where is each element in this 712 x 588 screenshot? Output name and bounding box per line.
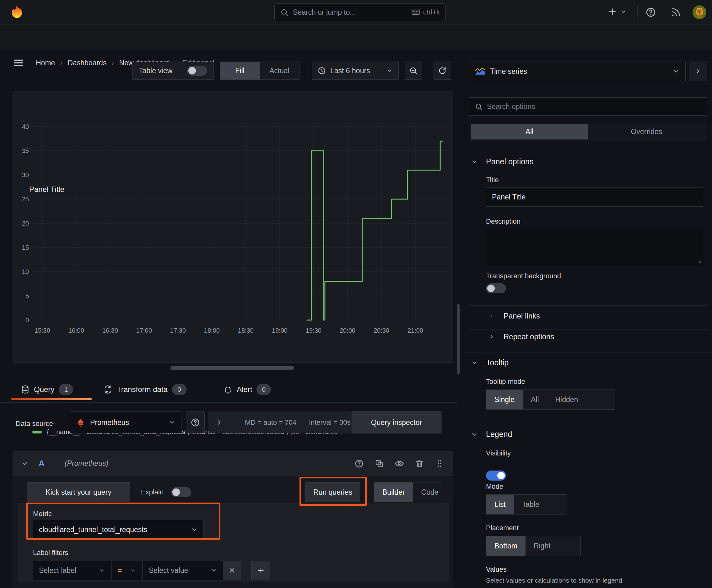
code-option[interactable]: Code (413, 482, 442, 502)
y-axis-tick: 40 (22, 123, 29, 130)
interval-stat: Interval = 30s (309, 418, 351, 426)
legend-visibility-toggle[interactable] (486, 470, 506, 481)
x-axis-tick: 20:30 (373, 327, 389, 334)
description-textarea[interactable] (486, 229, 703, 265)
x-axis-tick: 16:30 (102, 327, 118, 334)
builder-option[interactable]: Builder (374, 482, 413, 502)
transparent-bg-toggle[interactable] (486, 283, 506, 293)
chevron-down-icon (673, 68, 679, 75)
table-view-label: Table view (139, 67, 172, 75)
time-range-label: Last 6 hours (330, 67, 370, 75)
select-label-dropdown[interactable]: Select label (33, 561, 111, 580)
visualization-name: Time series (490, 67, 527, 76)
options-search-box[interactable] (469, 97, 707, 115)
options-search-input[interactable] (487, 102, 701, 111)
repeat-options-label: Repeat options (503, 332, 554, 341)
main-scrollbar[interactable] (457, 304, 459, 374)
panel-options-header[interactable]: Panel options (471, 157, 534, 166)
help-icon[interactable] (645, 7, 656, 18)
breadcrumb-dashboards[interactable]: Dashboards (67, 59, 106, 67)
fill-option[interactable]: Fill (220, 62, 260, 80)
run-queries-button[interactable]: Run queries (305, 482, 360, 502)
refresh-button[interactable] (434, 62, 451, 80)
duplicate-query-icon[interactable] (374, 459, 384, 468)
hide-query-icon[interactable] (395, 459, 404, 468)
kick-start-query-button[interactable]: Kick start your query (27, 482, 130, 502)
breadcrumb-bar: Home › Dashboards › New dashboard › Edit… (0, 25, 712, 50)
repeat-options-header[interactable]: Repeat options (489, 332, 554, 341)
panel-title-input[interactable] (492, 193, 697, 201)
title-input-wrap (486, 187, 703, 207)
datasource-help-button[interactable] (186, 412, 205, 434)
table-view-control: Table view (132, 62, 214, 80)
add-filter-button[interactable] (252, 561, 270, 580)
divider (469, 329, 707, 330)
placement-bottom-option[interactable]: Bottom (486, 536, 525, 555)
series-line[interactable] (307, 141, 442, 320)
remove-filter-button[interactable] (223, 561, 240, 580)
x-axis-tick: 18:00 (204, 327, 220, 334)
tab-alert[interactable]: Alert 0 (223, 383, 271, 396)
tooltip-all-option[interactable]: All (523, 390, 547, 409)
metric-label: Metric (33, 510, 52, 518)
delete-query-icon[interactable] (415, 459, 424, 468)
visibility-label: Visibility (486, 449, 511, 457)
values-hint: Select values or calculations to show in… (486, 577, 622, 584)
collapse-pane-button[interactable] (689, 62, 707, 81)
zoom-out-button[interactable] (405, 62, 422, 80)
chevron-down-icon (211, 567, 217, 573)
y-axis-tick: 10 (22, 268, 29, 275)
tooltip-section-header[interactable]: Tooltip (471, 358, 509, 367)
panel-resize-handle[interactable] (170, 366, 294, 370)
divider (0, 402, 458, 403)
add-button[interactable] (608, 7, 627, 16)
drag-handle-icon[interactable] (435, 459, 444, 468)
legend-table-option[interactable]: Table (514, 495, 547, 514)
user-avatar[interactable] (693, 5, 706, 19)
metric-value: cloudflared_tunnel_total_requests (39, 525, 147, 534)
y-axis-tick: 0 (25, 317, 29, 323)
metric-select[interactable]: cloudflared_tunnel_total_requests (33, 520, 204, 539)
panel-links-header[interactable]: Panel links (489, 312, 540, 320)
query-count-badge: 1 (59, 384, 73, 395)
legend-series-marker[interactable] (33, 430, 42, 434)
tooltip-hidden-option[interactable]: Hidden (547, 390, 586, 409)
legend-mode-switch: List Table (486, 495, 567, 514)
datasource-label: Data source (16, 420, 53, 428)
tooltip-single-option[interactable]: Single (486, 390, 523, 409)
time-series-chart[interactable]: 051015202530354015:3016:0016:3017:0017:3… (19, 123, 452, 339)
tab-query[interactable]: Query 1 (21, 383, 73, 396)
chevron-down-icon (471, 359, 478, 366)
explain-toggle[interactable] (171, 487, 191, 497)
label-filters-label: Label filters (33, 549, 68, 557)
breadcrumb-home[interactable]: Home (36, 59, 55, 67)
news-feed-icon[interactable] (671, 7, 681, 18)
placement-right-option[interactable]: Right (525, 536, 559, 555)
query-help-icon[interactable] (354, 459, 364, 468)
grafana-logo-icon[interactable] (9, 4, 24, 19)
alert-count-badge: 0 (257, 384, 271, 395)
time-range-picker[interactable]: Last 6 hours (312, 62, 399, 80)
actual-option[interactable]: Actual (260, 62, 299, 80)
legend-section-header[interactable]: Legend (471, 430, 512, 439)
tab-overrides[interactable]: Overrides (588, 124, 705, 140)
tooltip-mode-switch: Single All Hidden (486, 390, 615, 410)
visualization-picker[interactable]: Time series (469, 62, 686, 81)
database-icon (21, 385, 29, 394)
chevron-right-icon[interactable] (215, 419, 223, 426)
plus-icon (608, 7, 617, 16)
chevron-down-icon[interactable] (21, 460, 28, 467)
datasource-name: Prometheus (90, 418, 129, 427)
query-row-header[interactable]: A (Prometheus) (13, 451, 453, 476)
select-value-dropdown[interactable]: Select value (143, 561, 223, 580)
datasource-picker[interactable]: Prometheus (70, 412, 181, 434)
global-search-input[interactable] (293, 8, 407, 17)
tab-all[interactable]: All (471, 124, 588, 140)
global-search-box[interactable]: ctrl+k (274, 3, 446, 21)
tab-transform[interactable]: Transform data 0 (104, 383, 187, 396)
menu-icon[interactable] (13, 58, 24, 68)
table-view-toggle[interactable] (187, 66, 207, 76)
legend-list-option[interactable]: List (486, 495, 514, 514)
operator-dropdown[interactable]: = (112, 561, 143, 580)
query-inspector-button[interactable]: Query inspector (352, 412, 441, 434)
